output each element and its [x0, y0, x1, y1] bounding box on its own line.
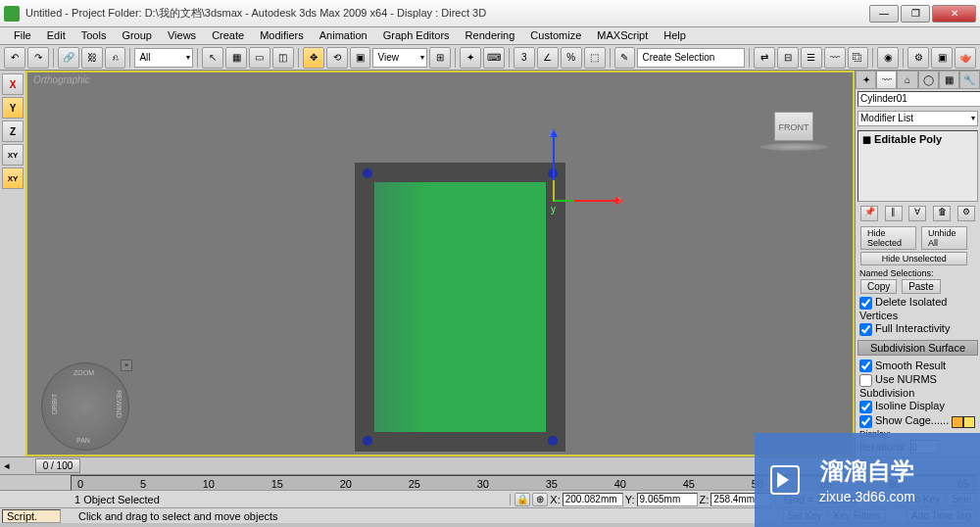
render-frame-button[interactable]: ▣: [931, 47, 953, 69]
window-crossing-button[interactable]: ◫: [272, 47, 294, 69]
delete-isolated-checkbox[interactable]: Delete Isolated Vertices: [859, 296, 976, 321]
corner-vertex[interactable]: [548, 436, 558, 446]
maximize-button[interactable]: ❐: [901, 5, 930, 23]
object-name-input[interactable]: [858, 91, 980, 107]
render-button[interactable]: 🫖: [955, 47, 976, 69]
viewcube[interactable]: FRONT: [755, 112, 833, 161]
show-end-button[interactable]: ∥: [885, 206, 903, 221]
rotate-button[interactable]: ⟲: [326, 47, 348, 69]
menu-help[interactable]: Help: [656, 27, 694, 44]
ref-coord-dropdown[interactable]: View: [372, 48, 427, 68]
x-coord-input[interactable]: [563, 493, 623, 506]
time-slider[interactable]: 0 / 100: [35, 458, 80, 473]
navwheel-pan[interactable]: PAN: [76, 437, 90, 444]
unique-button[interactable]: ∀: [908, 206, 926, 221]
full-interactivity-checkbox[interactable]: Full Interactivity: [859, 322, 976, 336]
corner-vertex[interactable]: [363, 436, 372, 446]
axis-z-button[interactable]: Z: [2, 120, 24, 142]
curve-editor-button[interactable]: 〰: [824, 47, 846, 69]
menu-modifiers[interactable]: Modifiers: [252, 27, 312, 44]
material-editor-button[interactable]: ◉: [877, 47, 899, 69]
copy-selection-button[interactable]: Copy: [860, 279, 897, 294]
paste-selection-button[interactable]: Paste: [902, 279, 941, 294]
close-button[interactable]: ✕: [932, 5, 976, 23]
axis-x-button[interactable]: X: [2, 73, 24, 95]
move-button[interactable]: ✥: [303, 47, 324, 69]
script-listener[interactable]: Script.: [2, 509, 61, 523]
edit-named-sel-button[interactable]: ✎: [614, 47, 636, 69]
menu-customize[interactable]: Customize: [522, 27, 589, 44]
hierarchy-tab[interactable]: ⌂: [897, 71, 917, 89]
remove-mod-button[interactable]: 🗑: [933, 206, 951, 221]
link-button[interactable]: 🔗: [58, 47, 79, 69]
layers-button[interactable]: ☰: [801, 47, 822, 69]
hide-selected-button[interactable]: Hide Selected: [860, 226, 916, 250]
navwheel-zoom[interactable]: ZOOM: [74, 369, 94, 376]
menu-tools[interactable]: Tools: [74, 27, 115, 44]
stack-item-editable-poly[interactable]: ◼ Editable Poly: [862, 133, 973, 146]
angle-snap-button[interactable]: ∠: [537, 47, 559, 69]
unhide-all-button[interactable]: Unhide All: [921, 226, 968, 250]
subdiv-rollout-header[interactable]: Subdivision Surface: [858, 340, 978, 356]
keyboard-shortcut-button[interactable]: ⌨: [483, 47, 505, 69]
unlink-button[interactable]: ⛓: [81, 47, 103, 69]
selection-filter-dropdown[interactable]: All: [134, 48, 193, 68]
menu-file[interactable]: File: [6, 27, 39, 44]
scale-button[interactable]: ▣: [350, 47, 371, 69]
lock-selection-icon[interactable]: 🔒: [514, 493, 530, 506]
axis-xy2-button[interactable]: XY: [2, 168, 24, 189]
spinner-snap-button[interactable]: ⬚: [584, 47, 606, 69]
isoline-checkbox[interactable]: Isoline Display: [859, 400, 976, 413]
manipulate-button[interactable]: ✦: [460, 47, 481, 69]
viewcube-face[interactable]: FRONT: [774, 112, 813, 141]
select-button[interactable]: ↖: [202, 47, 223, 69]
modifier-list-dropdown[interactable]: Modifier List: [858, 111, 978, 126]
hide-unselected-button[interactable]: Hide Unselected: [860, 252, 967, 265]
menu-edit[interactable]: Edit: [39, 27, 74, 44]
viewport[interactable]: Orthographic z x y FRONT × ZOOM PAN ORBI…: [25, 71, 855, 456]
motion-tab[interactable]: ◯: [918, 71, 939, 89]
align-button[interactable]: ⊟: [777, 47, 799, 69]
snap-toggle-button[interactable]: 3: [514, 47, 535, 69]
create-tab[interactable]: ✦: [856, 71, 876, 89]
menu-grapheditors[interactable]: Graph Editors: [375, 27, 458, 44]
nurms-checkbox[interactable]: Use NURMS Subdivision: [859, 373, 976, 399]
utilities-tab[interactable]: 🔧: [959, 71, 980, 89]
navigation-wheel[interactable]: × ZOOM PAN ORBIT REWIND: [41, 362, 129, 451]
percent-snap-button[interactable]: %: [561, 47, 582, 69]
navwheel-orbit[interactable]: ORBIT: [51, 394, 58, 414]
gizmo-plane[interactable]: [553, 180, 574, 202]
redo-button[interactable]: ↷: [27, 47, 49, 69]
modifier-stack[interactable]: ◼ Editable Poly: [858, 130, 978, 202]
undo-button[interactable]: ↶: [4, 47, 25, 69]
menu-maxscript[interactable]: MAXScript: [589, 27, 656, 44]
showcage-checkbox[interactable]: Show Cage......: [859, 414, 976, 428]
absolute-mode-button[interactable]: ⊕: [532, 493, 548, 506]
menu-create[interactable]: Create: [204, 27, 252, 44]
axis-y-button[interactable]: Y: [2, 97, 24, 119]
schematic-button[interactable]: ⿻: [848, 47, 869, 69]
navwheel-rewind[interactable]: REWIND: [115, 390, 122, 417]
menu-rendering[interactable]: Rendering: [458, 27, 523, 44]
smooth-result-checkbox[interactable]: Smooth Result: [859, 359, 976, 373]
pivot-button[interactable]: ⊞: [429, 47, 451, 69]
select-region-button[interactable]: ▭: [249, 47, 270, 69]
configure-button[interactable]: ⚙: [957, 206, 975, 221]
axis-xy-button[interactable]: XY: [2, 144, 24, 166]
y-coord-input[interactable]: [637, 493, 698, 506]
mirror-button[interactable]: ⇄: [754, 47, 775, 69]
menu-views[interactable]: Views: [160, 27, 204, 44]
pin-stack-button[interactable]: 📌: [860, 206, 878, 221]
minimize-button[interactable]: —: [869, 5, 899, 23]
corner-vertex[interactable]: [363, 168, 372, 178]
time-prev-button[interactable]: ◂: [0, 459, 14, 472]
navwheel-close-icon[interactable]: ×: [121, 359, 132, 371]
menu-group[interactable]: Group: [114, 27, 160, 44]
display-tab[interactable]: ▦: [939, 71, 959, 89]
menu-animation[interactable]: Animation: [312, 27, 375, 44]
transform-gizmo[interactable]: z x y: [527, 131, 625, 239]
render-setup-button[interactable]: ⚙: [907, 47, 929, 69]
named-selection-dropdown[interactable]: Create Selection Set: [637, 48, 745, 68]
select-name-button[interactable]: ▦: [225, 47, 247, 69]
modify-tab[interactable]: 〰: [876, 71, 897, 89]
